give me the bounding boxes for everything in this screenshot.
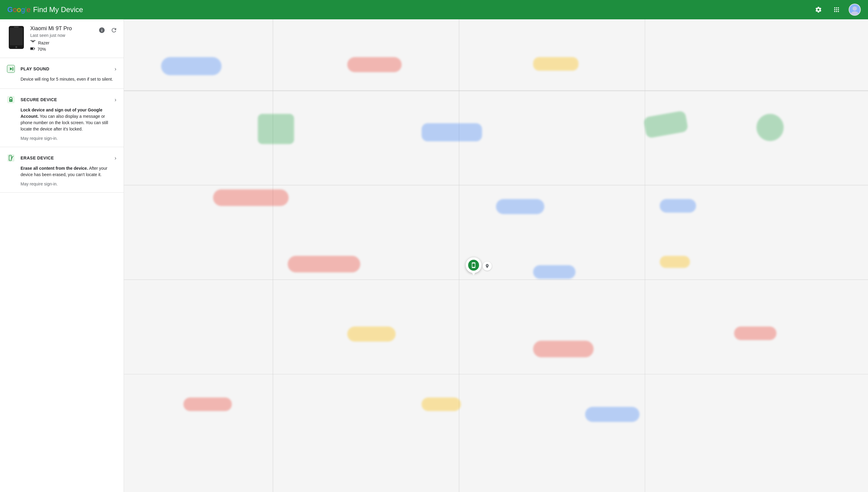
- secure-device-header: SECURE DEVICE ›: [6, 95, 116, 104]
- device-battery-row: 70%: [30, 47, 116, 52]
- device-card: Xiaomi Mi 9T Pro Last seen just now Raze…: [0, 19, 124, 58]
- account-button[interactable]: [849, 4, 861, 16]
- svg-point-1: [852, 6, 857, 10]
- device-network-name: Razer: [38, 41, 49, 45]
- phone-marker-icon: [471, 262, 477, 268]
- erase-device-note: May require sign-in.: [21, 181, 116, 186]
- play-sound-description: Device will ring for 5 minutes, even if …: [21, 76, 116, 82]
- compass-icon: [485, 264, 490, 269]
- erase-device-title-row: ERASE DEVICE ›: [21, 155, 116, 161]
- device-network-row: Razer: [30, 40, 116, 45]
- main-content: Xiaomi Mi 9T Pro Last seen just now Raze…: [0, 19, 868, 492]
- apps-grid-icon: [833, 6, 840, 13]
- avatar-image: [849, 4, 860, 15]
- svg-rect-5: [14, 27, 19, 27]
- play-sound-icon: [6, 64, 16, 74]
- secure-device-title: SECURE DEVICE: [21, 97, 57, 102]
- erase-device-title: ERASE DEVICE: [21, 155, 54, 161]
- svg-point-14: [10, 100, 11, 101]
- erase-device-chevron: ›: [115, 155, 116, 161]
- erase-device-action[interactable]: ERASE DEVICE › Erase all content from th…: [0, 147, 124, 193]
- secure-device-description: Lock device and sign out of your Google …: [21, 107, 116, 132]
- device-marker-outer: [466, 257, 482, 273]
- svg-rect-8: [34, 48, 35, 49]
- play-sound-action[interactable]: PLAY SOUND › Device will ring for 5 minu…: [0, 58, 124, 89]
- play-sound-title: PLAY SOUND: [21, 67, 49, 71]
- secure-device-icon: [6, 95, 16, 104]
- battery-icon: [30, 47, 35, 52]
- play-sound-header: PLAY SOUND ›: [6, 64, 116, 74]
- google-g: G: [7, 5, 13, 14]
- erase-device-header: ERASE DEVICE ›: [6, 153, 116, 163]
- map-area[interactable]: [124, 19, 868, 492]
- apps-button[interactable]: [830, 4, 843, 16]
- header-actions: [813, 4, 861, 16]
- app-title: Find My Device: [33, 5, 83, 14]
- compass-button[interactable]: [483, 262, 492, 271]
- marker-tail: [472, 272, 475, 275]
- svg-rect-4: [10, 28, 23, 45]
- refresh-icon: [111, 27, 117, 33]
- secure-device-note: May require sign-in.: [21, 136, 116, 141]
- map-canvas: [124, 19, 868, 492]
- secure-device-action[interactable]: SECURE DEVICE › Lock device and sign out…: [0, 89, 124, 147]
- device-marker-inner: [468, 260, 479, 271]
- device-battery: 70%: [38, 47, 46, 52]
- erase-device-icon: [6, 153, 16, 163]
- refresh-button[interactable]: [109, 25, 119, 35]
- svg-rect-9: [30, 48, 33, 50]
- play-sound-title-row: PLAY SOUND ›: [21, 66, 116, 72]
- settings-button[interactable]: [813, 4, 824, 16]
- svg-point-6: [16, 46, 17, 48]
- google-wordmark: Google: [7, 5, 30, 14]
- play-sound-chevron: ›: [115, 66, 116, 72]
- wifi-icon: [30, 40, 36, 45]
- info-icon: [98, 27, 105, 33]
- device-meta: Razer 70%: [30, 40, 116, 52]
- device-phone-icon: [7, 25, 25, 50]
- gear-icon: [815, 6, 822, 13]
- device-location-marker: [466, 257, 482, 273]
- erase-device-desc-bold: Erase all content from the device.: [21, 166, 88, 171]
- app-header: Google Find My Device: [0, 0, 868, 19]
- erase-device-description: Erase all content from the device. After…: [21, 165, 116, 178]
- sidebar: Xiaomi Mi 9T Pro Last seen just now Raze…: [0, 19, 124, 492]
- header-brand: Google Find My Device: [7, 5, 83, 14]
- secure-device-chevron: ›: [115, 97, 116, 103]
- avatar: [849, 4, 861, 16]
- secure-device-title-row: SECURE DEVICE ›: [21, 97, 116, 103]
- device-info-button[interactable]: [97, 25, 107, 35]
